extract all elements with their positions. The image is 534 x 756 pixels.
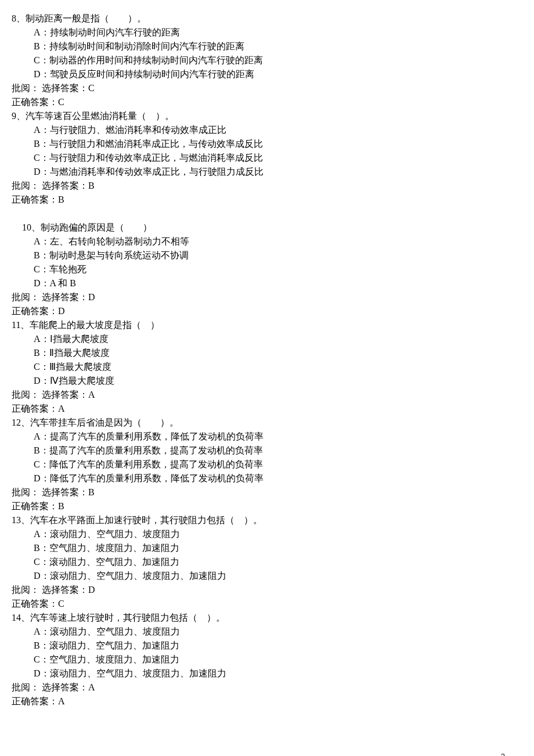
correct-answer: 正确答案：A bbox=[12, 694, 522, 708]
question-option: B：空气阻力、坡度阻力、加速阻力 bbox=[12, 541, 522, 555]
question-option: C：制动器的作用时间和持续制动时间内汽车行驶的距离 bbox=[12, 53, 522, 67]
question-stem: 12、汽车带挂车后省油是因为（ ）。 bbox=[12, 416, 522, 430]
question-stem: 10、制动跑偏的原因是（ ） bbox=[12, 221, 522, 235]
review-line: 批阅： 选择答案：D bbox=[12, 290, 522, 304]
question-option: D：驾驶员反应时间和持续制动时间内汽车行驶的距离 bbox=[12, 67, 522, 81]
correct-answer: 正确答案：D bbox=[12, 304, 522, 318]
question-option: A：左、右转向轮制动器制动力不相等 bbox=[12, 235, 522, 249]
question-option: D：降低了汽车的质量利用系数，降低了发动机的负荷率 bbox=[12, 471, 522, 485]
review-line: 批阅： 选择答案：D bbox=[12, 583, 522, 597]
review-line: 批阅： 选择答案：B bbox=[12, 485, 522, 499]
question-option: D：A 和 B bbox=[12, 276, 522, 290]
question-option: C：降低了汽车的质量利用系数，提高了发动机的负荷率 bbox=[12, 458, 522, 471]
page-number: 2 bbox=[501, 751, 505, 757]
correct-answer: 正确答案：A bbox=[12, 402, 522, 416]
question-option: A：提高了汽车的质量利用系数，降低了发动机的负荷率 bbox=[12, 430, 522, 444]
question-option: A：Ⅰ挡最大爬坡度 bbox=[12, 332, 522, 346]
question-option: D：滚动阻力、空气阻力、坡度阻力、加速阻力 bbox=[12, 667, 522, 681]
question-option: A：滚动阻力、空气阻力、坡度阻力 bbox=[12, 625, 522, 639]
question-option: C：车轮抱死 bbox=[12, 262, 522, 276]
review-line: 批阅： 选择答案：A bbox=[12, 681, 522, 694]
question-option: C：与行驶阻力和传动效率成正比，与燃油消耗率成反比 bbox=[12, 151, 522, 165]
spacer bbox=[12, 207, 522, 221]
question-option: D：Ⅳ挡最大爬坡度 bbox=[12, 374, 522, 388]
question-option: D：滚动阻力、空气阻力、坡度阻力、加速阻力 bbox=[12, 569, 522, 583]
question-option: C：滚动阻力、空气阻力、加速阻力 bbox=[12, 555, 522, 569]
correct-answer: 正确答案：C bbox=[12, 597, 522, 611]
question-stem: 8、制动距离一般是指（ ）。 bbox=[12, 12, 522, 26]
question-option: B：制动时悬架与转向系统运动不协调 bbox=[12, 249, 522, 262]
question-option: A：与行驶阻力、燃油消耗率和传动效率成正比 bbox=[12, 123, 522, 137]
question-option: A：持续制动时间内汽车行驶的距离 bbox=[12, 26, 522, 39]
correct-answer: 正确答案：B bbox=[12, 193, 522, 207]
question-stem: 13、汽车在水平路面上加速行驶时，其行驶阻力包括（ ）。 bbox=[12, 513, 522, 527]
question-option: B：Ⅱ挡最大爬坡度 bbox=[12, 346, 522, 360]
question-stem: 14、汽车等速上坡行驶时，其行驶阻力包括（ ）。 bbox=[12, 611, 522, 625]
correct-answer: 正确答案：B bbox=[12, 499, 522, 513]
question-stem: 11、车能爬上的最大坡度是指（ ） bbox=[12, 318, 522, 332]
question-option: B：持续制动时间和制动消除时间内汽车行驶的距离 bbox=[12, 39, 522, 53]
page-content: 8、制动距离一般是指（ ）。 A：持续制动时间内汽车行驶的距离 B：持续制动时间… bbox=[12, 12, 522, 756]
review-line: 批阅： 选择答案：C bbox=[12, 81, 522, 95]
question-option: C：空气阻力、坡度阻力、加速阻力 bbox=[12, 653, 522, 667]
question-option: B：滚动阻力、空气阻力、加速阻力 bbox=[12, 639, 522, 653]
correct-answer: 正确答案：C bbox=[12, 95, 522, 109]
question-option: C：Ⅲ挡最大爬坡度 bbox=[12, 360, 522, 374]
review-line: 批阅： 选择答案：B bbox=[12, 179, 522, 193]
question-stem: 9、汽车等速百公里燃油消耗量（ ）。 bbox=[12, 109, 522, 123]
review-line: 批阅： 选择答案：A bbox=[12, 388, 522, 402]
question-option: D：与燃油消耗率和传动效率成正比，与行驶阻力成反比 bbox=[12, 165, 522, 179]
question-option: B：提高了汽车的质量利用系数，提高了发动机的负荷率 bbox=[12, 444, 522, 458]
question-option: B：与行驶阻力和燃油消耗率成正比，与传动效率成反比 bbox=[12, 137, 522, 151]
question-option: A：滚动阻力、空气阻力、坡度阻力 bbox=[12, 527, 522, 541]
